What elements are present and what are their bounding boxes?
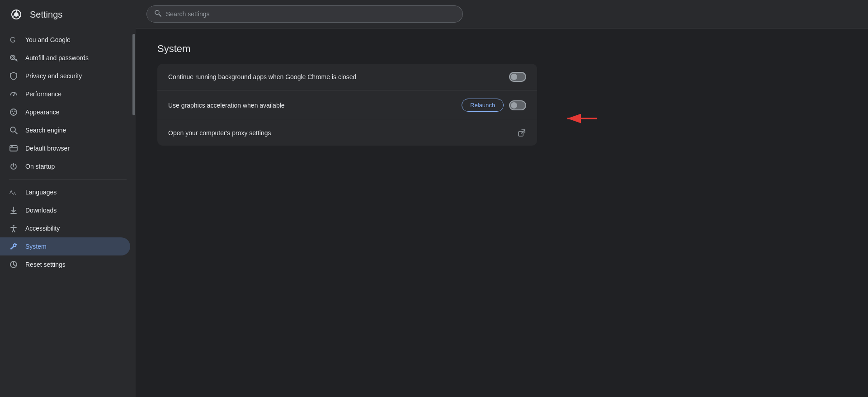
power-icon	[9, 162, 18, 171]
sidebar-item-label: Search engine	[25, 127, 66, 134]
svg-point-12	[10, 109, 17, 115]
sidebar-item-label: Default browser	[25, 145, 70, 152]
sidebar-item-label: Languages	[25, 189, 57, 196]
sidebar-item-accessibility[interactable]: Accessibility	[0, 219, 130, 237]
chrome-logo-icon	[9, 7, 24, 22]
nav-divider	[9, 179, 127, 180]
svg-line-4	[12, 16, 14, 17]
settings-wrench-icon	[9, 242, 18, 251]
search-input[interactable]	[166, 10, 455, 18]
sidebar-item-default-browser[interactable]: Default browser	[0, 139, 130, 157]
relaunch-button[interactable]: Relaunch	[462, 99, 504, 112]
sidebar-item-label: Reset settings	[25, 261, 66, 268]
browser-icon	[9, 144, 18, 153]
svg-text:G: G	[10, 36, 15, 44]
sidebar-item-label: System	[25, 243, 47, 250]
svg-point-7	[12, 57, 14, 58]
graphics-acceleration-row: Use graphics acceleration when available…	[157, 90, 537, 120]
content-area: System Continue running background apps …	[136, 28, 868, 397]
accessibility-icon	[9, 224, 18, 233]
background-apps-toggle[interactable]	[509, 72, 526, 82]
svg-point-27	[13, 225, 14, 227]
sidebar-item-label: Performance	[25, 90, 61, 98]
toggle-thumb	[511, 102, 517, 109]
svg-point-11	[13, 95, 14, 96]
svg-line-37	[159, 14, 161, 16]
graphics-acceleration-label: Use graphics acceleration when available	[168, 102, 462, 109]
download-icon	[9, 206, 18, 215]
gauge-icon	[9, 90, 18, 99]
sidebar-item-on-startup[interactable]: On startup	[0, 157, 130, 175]
sidebar-item-autofill[interactable]: Autofill and passwords	[0, 49, 130, 67]
sidebar-navigation: G You and Google Autofill and passwords	[0, 29, 136, 397]
sidebar-item-label: You and Google	[25, 36, 71, 43]
svg-point-1	[14, 12, 19, 17]
graphics-acceleration-toggle[interactable]	[509, 100, 526, 110]
svg-line-31	[14, 230, 15, 232]
sidebar: Settings G You and Google Autofill an	[0, 0, 136, 397]
svg-line-17	[15, 132, 17, 134]
settings-card: Continue running background apps when Go…	[157, 64, 537, 146]
sidebar-item-downloads[interactable]: Downloads	[0, 201, 130, 219]
svg-text:A: A	[9, 189, 13, 195]
search-icon	[9, 126, 18, 135]
sidebar-item-label: Accessibility	[25, 225, 60, 232]
sidebar-item-languages[interactable]: A A Languages	[0, 183, 130, 201]
search-bar-container	[136, 0, 868, 28]
svg-point-21	[12, 146, 13, 147]
svg-point-13	[12, 111, 13, 112]
reset-icon	[9, 260, 18, 269]
sidebar-item-you-and-google[interactable]: G You and Google	[0, 31, 130, 49]
key-icon	[9, 53, 18, 62]
sidebar-item-label: Appearance	[25, 109, 60, 116]
svg-point-20	[11, 146, 12, 147]
sidebar-item-label: Downloads	[25, 207, 57, 214]
svg-point-14	[14, 111, 16, 112]
sidebar-item-privacy[interactable]: Privacy and security	[0, 67, 130, 85]
background-apps-row: Continue running background apps when Go…	[157, 64, 537, 90]
sidebar-item-reset-settings[interactable]: Reset settings	[0, 255, 130, 274]
scrollbar-track[interactable]	[132, 32, 136, 397]
sidebar-item-label: Autofill and passwords	[25, 54, 89, 61]
sidebar-item-system[interactable]: System	[0, 237, 130, 255]
sidebar-item-label: Privacy and security	[25, 72, 82, 80]
google-icon: G	[9, 35, 18, 44]
proxy-settings-label: Open your computer's proxy settings	[168, 129, 517, 137]
sidebar-item-appearance[interactable]: Appearance	[0, 103, 130, 121]
proxy-settings-actions	[517, 128, 526, 137]
main-content: System Continue running background apps …	[136, 0, 868, 397]
sidebar-item-search-engine[interactable]: Search engine	[0, 121, 130, 139]
svg-line-9	[16, 59, 17, 60]
toggle-thumb	[511, 74, 517, 80]
svg-point-15	[13, 113, 14, 114]
sidebar-header: Settings	[0, 0, 136, 29]
search-bar	[146, 5, 463, 23]
proxy-settings-row[interactable]: Open your computer's proxy settings	[157, 120, 537, 146]
section-title: System	[157, 43, 846, 55]
graphics-acceleration-actions: Relaunch	[462, 99, 526, 112]
svg-line-35	[14, 265, 15, 266]
palette-icon	[9, 108, 18, 117]
scrollbar-thumb[interactable]	[132, 34, 135, 115]
shield-icon	[9, 71, 18, 80]
search-bar-icon	[154, 9, 161, 19]
svg-line-3	[18, 16, 20, 17]
sidebar-item-performance[interactable]: Performance	[0, 85, 130, 103]
svg-text:A: A	[13, 191, 16, 196]
sidebar-item-label: On startup	[25, 163, 55, 170]
app-title: Settings	[30, 9, 62, 20]
background-apps-label: Continue running background apps when Go…	[168, 73, 509, 80]
translate-icon: A A	[9, 188, 18, 197]
background-apps-actions	[509, 72, 526, 82]
external-link-icon	[517, 128, 526, 137]
